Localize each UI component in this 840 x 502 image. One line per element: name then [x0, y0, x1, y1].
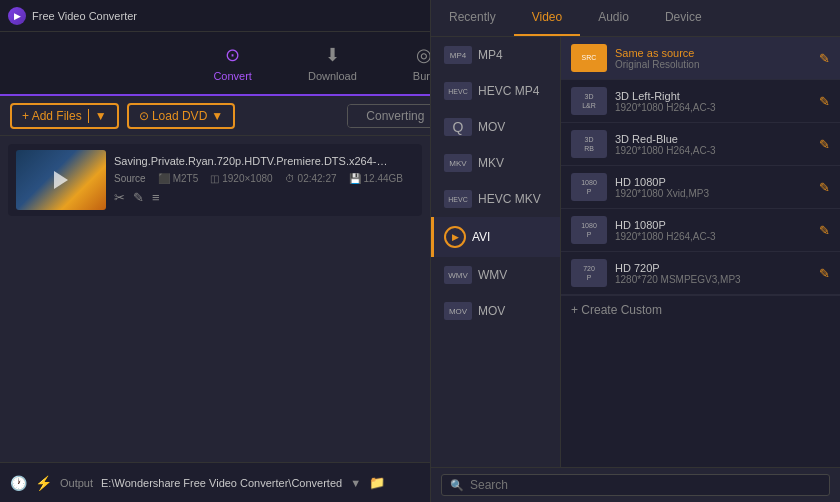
- add-files-arrow[interactable]: ▼: [88, 109, 107, 123]
- cut-icon[interactable]: ✂: [114, 190, 125, 205]
- file-meta: Source ⬛ M2T5 ◫ 1920×1080 ⏱ 02:42:27: [114, 173, 414, 184]
- file-size: 12.44GB: [364, 173, 403, 184]
- 1080p-xvid-icon: 1080P: [571, 173, 607, 201]
- file-duration: 02:42:27: [298, 173, 337, 184]
- format-item-mov2[interactable]: MOV MOV: [431, 293, 560, 329]
- wmv-icon: WMV: [444, 266, 472, 284]
- output-dropdown-arrow[interactable]: ▼: [350, 477, 361, 489]
- load-dvd-arrow[interactable]: ▼: [211, 109, 223, 123]
- mov-icon: Q: [444, 118, 472, 136]
- file-format: M2T5: [173, 173, 199, 184]
- avi-icon: ▶: [444, 226, 466, 248]
- edit-1080p-xvid-icon[interactable]: ✎: [819, 180, 830, 195]
- mp4-icon: MP4: [444, 46, 472, 64]
- tab-recently[interactable]: Recently: [431, 0, 514, 36]
- quality-name-3d-lr: 3D Left-Right: [615, 90, 811, 102]
- tab-audio[interactable]: Audio: [580, 0, 647, 36]
- quality-desc-1080p-xvid: 1920*1080 Xvid,MP3: [615, 188, 811, 199]
- size-group: 💾 12.44GB: [349, 173, 403, 184]
- nav-item-download[interactable]: ⬇ Download: [280, 36, 385, 90]
- file-name: Saving.Private.Ryan.720p.HDTV.Premiere.D…: [114, 155, 394, 167]
- quality-name-720p: HD 720P: [615, 262, 811, 274]
- bottom-left: 🕐 ⚡ Output E:\Wondershare Free Video Con…: [10, 475, 385, 491]
- 3d-lr-icon: 3DL&R: [571, 87, 607, 115]
- format-item-hevc-mp4[interactable]: HEVC HEVC MP4: [431, 73, 560, 109]
- file-item: Saving.Private.Ryan.720p.HDTV.Premiere.D…: [8, 144, 422, 216]
- thumbnail: [16, 150, 106, 210]
- nav-label-download: Download: [308, 70, 357, 82]
- quality-desc-1080p-h264: 1920*1080 H264,AC-3: [615, 231, 811, 242]
- 720p-icon: 720P: [571, 259, 607, 287]
- quality-desc-3d-rb: 1920*1080 H264,AC-3: [615, 145, 811, 156]
- file-info: Saving.Private.Ryan.720p.HDTV.Premiere.D…: [114, 155, 414, 205]
- source-group: Source: [114, 173, 146, 184]
- format-content: MP4 MP4 HEVC HEVC MP4 Q MOV MKV MKV HEVC: [431, 37, 840, 467]
- resolution-group: ◫ 1920×1080: [210, 173, 272, 184]
- quality-info-1080p-h264: HD 1080P 1920*1080 H264,AC-3: [615, 219, 811, 242]
- load-dvd-button[interactable]: ⊙ Load DVD ▼: [127, 103, 236, 129]
- format-item-hevc-mkv[interactable]: HEVC HEVC MKV: [431, 181, 560, 217]
- same-source-icon: SRC: [571, 44, 607, 72]
- lightning-icon[interactable]: ⚡: [35, 475, 52, 491]
- format-right: SRC Same as source Original Resolution ✎…: [561, 37, 840, 467]
- quality-info-same: Same as source Original Resolution: [615, 47, 811, 70]
- tab-converting[interactable]: Converting: [348, 105, 442, 127]
- format-item-wmv[interactable]: WMV WMV: [431, 257, 560, 293]
- edit-3d-rb-icon[interactable]: ✎: [819, 137, 830, 152]
- hevc-mp4-icon: HEVC: [444, 82, 472, 100]
- quality-item-3d-rb[interactable]: 3DRB 3D Red-Blue 1920*1080 H264,AC-3 ✎: [561, 123, 840, 166]
- tab-device[interactable]: Device: [647, 0, 720, 36]
- search-icon: 🔍: [450, 479, 464, 492]
- duration-group: ⏱ 02:42:27: [285, 173, 337, 184]
- settings-icon[interactable]: ≡: [152, 190, 160, 205]
- avi-label: AVI: [472, 230, 490, 244]
- quality-info-3d-lr: 3D Left-Right 1920*1080 H264,AC-3: [615, 90, 811, 113]
- edit-1080p-h264-icon[interactable]: ✎: [819, 223, 830, 238]
- quality-info-720p: HD 720P 1280*720 MSMPEGV3,MP3: [615, 262, 811, 285]
- tab-video[interactable]: Video: [514, 0, 580, 36]
- nav-item-convert[interactable]: ⊙ Convert: [185, 36, 280, 90]
- format-item-mov[interactable]: Q MOV: [431, 109, 560, 145]
- file-resolution: 1920×1080: [222, 173, 272, 184]
- format-item-avi[interactable]: ▶ AVI: [431, 217, 560, 257]
- mkv-icon: MKV: [444, 154, 472, 172]
- output-path: E:\Wondershare Free Video Converter\Conv…: [101, 477, 342, 489]
- edit-icon[interactable]: ✎: [133, 190, 144, 205]
- quality-item-same-source[interactable]: SRC Same as source Original Resolution ✎: [561, 37, 840, 80]
- search-row: 🔍: [431, 467, 840, 502]
- clock-icon[interactable]: 🕐: [10, 475, 27, 491]
- download-icon: ⬇: [325, 44, 340, 66]
- create-custom-label: + Create Custom: [571, 303, 662, 317]
- mov2-icon: MOV: [444, 302, 472, 320]
- edit-3d-lr-icon[interactable]: ✎: [819, 94, 830, 109]
- source-label: Source: [114, 173, 146, 184]
- create-custom-button[interactable]: + Create Custom: [561, 295, 840, 324]
- quality-item-720p[interactable]: 720P HD 720P 1280*720 MSMPEGV3,MP3 ✎: [561, 252, 840, 295]
- mov2-label: MOV: [478, 304, 505, 318]
- format-group: ⬛ M2T5: [158, 173, 199, 184]
- format-item-mp4[interactable]: MP4 MP4: [431, 37, 560, 73]
- add-files-button[interactable]: + Add Files ▼: [10, 103, 119, 129]
- app-title: Free Video Converter: [32, 10, 137, 22]
- app-logo: ▶: [8, 7, 26, 25]
- search-input-wrapper: 🔍: [441, 474, 830, 496]
- edit-same-icon[interactable]: ✎: [819, 51, 830, 66]
- folder-icon[interactable]: 📁: [369, 475, 385, 490]
- format-item-mkv[interactable]: MKV MKV: [431, 145, 560, 181]
- quality-name-1080p-h264: HD 1080P: [615, 219, 811, 231]
- output-label: Output: [60, 477, 93, 489]
- mov-label: MOV: [478, 120, 505, 134]
- hevc-mkv-icon: HEVC: [444, 190, 472, 208]
- file-tools: ✂ ✎ ≡: [114, 190, 414, 205]
- format-tabs: Recently Video Audio Device: [431, 0, 840, 37]
- mp4-label: MP4: [478, 48, 503, 62]
- quality-item-1080p-xvid[interactable]: 1080P HD 1080P 1920*1080 Xvid,MP3 ✎: [561, 166, 840, 209]
- edit-720p-icon[interactable]: ✎: [819, 266, 830, 281]
- search-input[interactable]: [470, 478, 821, 492]
- quality-info-1080p-xvid: HD 1080P 1920*1080 Xvid,MP3: [615, 176, 811, 199]
- load-dvd-label: ⊙ Load DVD: [139, 109, 208, 123]
- quality-item-1080p-h264[interactable]: 1080P HD 1080P 1920*1080 H264,AC-3 ✎: [561, 209, 840, 252]
- format-left: MP4 MP4 HEVC HEVC MP4 Q MOV MKV MKV HEVC: [431, 37, 561, 467]
- quality-item-3d-lr[interactable]: 3DL&R 3D Left-Right 1920*1080 H264,AC-3 …: [561, 80, 840, 123]
- quality-name-3d-rb: 3D Red-Blue: [615, 133, 811, 145]
